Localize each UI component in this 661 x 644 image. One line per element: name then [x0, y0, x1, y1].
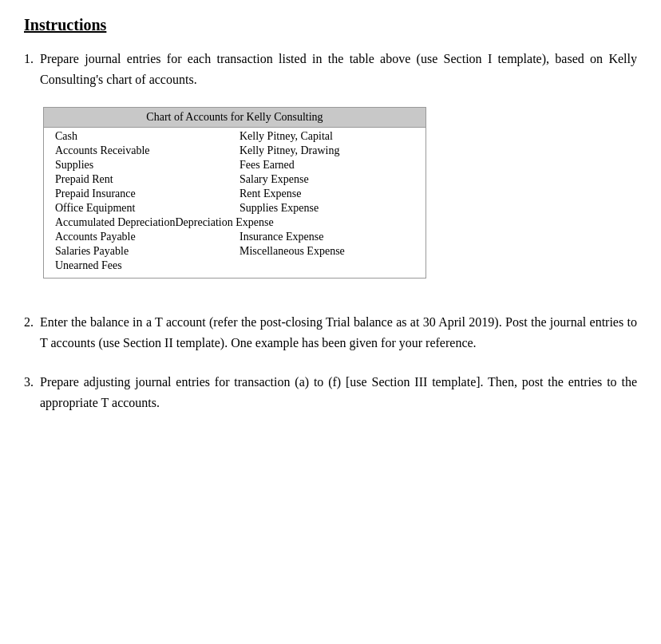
section-2: 2. Enter the balance in a T account (ref…	[24, 312, 637, 353]
chart-row-full: Accumulated DepreciationDepreciation Exp…	[50, 215, 419, 230]
item-2-text: Enter the balance in a T account (refer …	[40, 312, 637, 353]
chart-right-cell: Insurance Expense	[235, 230, 419, 244]
chart-right-cell: Fees Earned	[235, 158, 419, 172]
chart-left-cell: Prepaid Insurance	[50, 187, 235, 201]
item-2-number: 2.	[24, 312, 34, 353]
chart-left-cell: Accounts Payable	[50, 230, 235, 244]
chart-left-cell: Unearned Fees	[50, 259, 235, 273]
chart-right-cell: Kelly Pitney, Drawing	[235, 144, 419, 158]
chart-right-cell: Rent Expense	[235, 187, 419, 201]
chart-left-cell: Prepaid Rent	[50, 172, 235, 187]
chart-right-cell	[235, 259, 419, 273]
chart-left-cell: Salaries Payable	[50, 244, 235, 259]
section-3: 3. Prepare adjusting journal entries for…	[24, 372, 637, 413]
chart-right-cell: Miscellaneous Expense	[235, 244, 419, 259]
page-title: Instructions	[24, 16, 637, 34]
chart-left-cell: Accounts Receivable	[50, 144, 235, 158]
chart-of-accounts: Chart of Accounts for Kelly Consulting C…	[43, 107, 426, 279]
chart-left-cell: Supplies	[50, 158, 235, 172]
item-3-text: Prepare adjusting journal entries for tr…	[40, 372, 637, 413]
chart-right-cell: Supplies Expense	[235, 201, 419, 215]
chart-right-cell: Salary Expense	[235, 172, 419, 187]
item-1-number: 1.	[24, 49, 34, 89]
section-1: 1. Prepare journal entries for each tran…	[24, 49, 637, 293]
item-3-number: 3.	[24, 372, 34, 413]
chart-header: Chart of Accounts for Kelly Consulting	[44, 108, 425, 128]
item-1-text: Prepare journal entries for each transac…	[40, 49, 637, 89]
chart-body: CashKelly Pitney, CapitalAccounts Receiv…	[44, 128, 425, 278]
chart-left-cell: Office Equipment	[50, 201, 235, 215]
chart-right-cell: Kelly Pitney, Capital	[235, 129, 419, 144]
chart-left-cell: Cash	[50, 129, 235, 144]
